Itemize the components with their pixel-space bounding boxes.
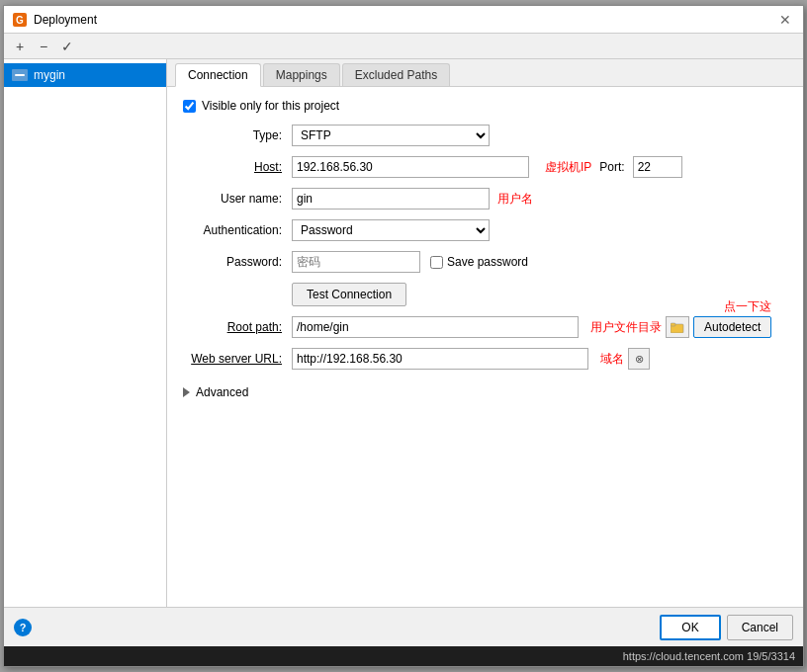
visible-only-checkbox[interactable] xyxy=(183,100,196,113)
advanced-label: Advanced xyxy=(196,385,248,399)
app-icon: G xyxy=(12,12,28,28)
status-bar: https://cloud.tencent.com 19/5/3314 xyxy=(4,646,803,666)
visible-only-row: Visible only for this project xyxy=(183,99,787,113)
main-content: mygin Connection Mappings Excluded Paths… xyxy=(4,59,803,607)
svg-text:G: G xyxy=(16,15,24,26)
form-area: Visible only for this project Type: SFTP… xyxy=(167,87,803,607)
root-path-row: Root path: 用户文件目录 点一下这 Autodetect xyxy=(183,316,787,338)
status-text: https://cloud.tencent.com 19/5/3314 xyxy=(623,650,795,662)
auth-select[interactable]: Password Key pair OpenSSH config and aut… xyxy=(292,219,490,241)
web-server-row: Web server URL: 域名 ⊗ xyxy=(183,348,787,370)
password-label: Password: xyxy=(183,255,292,269)
clear-url-button[interactable]: ⊗ xyxy=(628,348,650,370)
sidebar-item-mygin[interactable]: mygin xyxy=(4,63,166,87)
bottom-buttons: OK Cancel xyxy=(660,615,793,640)
tabs: Connection Mappings Excluded Paths xyxy=(167,59,803,87)
username-row: User name: 用户名 xyxy=(183,188,787,210)
username-control: 用户名 xyxy=(292,188,787,210)
dialog-title: Deployment xyxy=(34,13,97,27)
root-path-control: 用户文件目录 点一下这 Autodetect xyxy=(292,316,787,338)
web-server-label: Web server URL: xyxy=(183,352,292,366)
svg-rect-3 xyxy=(671,323,675,326)
host-input[interactable] xyxy=(292,156,529,178)
autodetect-annotation: 点一下这 xyxy=(724,298,771,315)
username-annotation: 用户名 xyxy=(497,191,533,208)
host-label: Host: xyxy=(183,160,292,174)
type-row: Type: SFTP FTP FTPS Local or mounted fol… xyxy=(183,125,787,146)
type-control: SFTP FTP FTPS Local or mounted folder xyxy=(292,125,787,146)
host-row: Host: 虚拟机IP Port: xyxy=(183,156,787,178)
title-bar-left: G Deployment xyxy=(12,12,97,28)
port-input[interactable] xyxy=(633,156,682,178)
password-input[interactable] xyxy=(292,251,420,273)
visible-only-label: Visible only for this project xyxy=(202,99,339,113)
web-server-control: 域名 ⊗ xyxy=(292,348,787,370)
browse-folder-button[interactable] xyxy=(666,316,689,338)
type-label: Type: xyxy=(183,128,292,142)
cancel-button[interactable]: Cancel xyxy=(727,615,793,640)
auth-control: Password Key pair OpenSSH config and aut… xyxy=(292,219,787,241)
help-button[interactable]: ? xyxy=(14,619,32,636)
advanced-triangle-icon xyxy=(183,387,190,397)
tab-connection[interactable]: Connection xyxy=(175,63,261,87)
test-conn-row: Test Connection xyxy=(183,283,787,306)
username-label: User name: xyxy=(183,192,292,206)
server-icon xyxy=(12,67,28,83)
tab-excluded-paths[interactable]: Excluded Paths xyxy=(342,63,450,86)
host-annotation: 虚拟机IP xyxy=(545,159,591,176)
test-connection-button[interactable]: Test Connection xyxy=(292,283,406,306)
autodetect-button[interactable]: Autodetect xyxy=(693,316,771,338)
root-path-input[interactable] xyxy=(292,316,579,338)
root-path-annotation: 用户文件目录 xyxy=(590,319,662,336)
panel: Connection Mappings Excluded Paths Visib… xyxy=(167,59,803,607)
save-password-checkbox[interactable] xyxy=(430,256,443,269)
web-server-annotation: 域名 xyxy=(600,351,624,368)
password-control: Save password xyxy=(292,251,787,273)
bottom-bar: ? OK Cancel xyxy=(4,607,803,646)
type-select[interactable]: SFTP FTP FTPS Local or mounted folder xyxy=(292,125,490,146)
host-control: 虚拟机IP Port: xyxy=(292,156,787,178)
auth-row: Authentication: Password Key pair OpenSS… xyxy=(183,219,787,241)
save-password-label: Save password xyxy=(447,255,528,269)
toolbar: + − ✓ xyxy=(4,34,803,59)
password-row: Password: Save password xyxy=(183,251,787,273)
close-button[interactable]: ✕ xyxy=(775,12,795,28)
tab-mappings[interactable]: Mappings xyxy=(263,63,340,86)
deployment-dialog: G Deployment ✕ + − ✓ mygin Connectio xyxy=(3,5,804,667)
remove-button[interactable]: − xyxy=(34,37,53,56)
add-button[interactable]: + xyxy=(10,37,30,56)
ok-button[interactable]: OK xyxy=(660,615,720,640)
check-button[interactable]: ✓ xyxy=(57,37,77,56)
advanced-row[interactable]: Advanced xyxy=(183,379,787,405)
username-input[interactable] xyxy=(292,188,490,210)
sidebar: mygin xyxy=(4,59,167,607)
sidebar-item-label: mygin xyxy=(34,68,65,82)
save-password-row: Save password xyxy=(430,255,528,269)
root-path-label: Root path: xyxy=(183,320,292,334)
port-label: Port: xyxy=(599,160,624,174)
title-bar: G Deployment ✕ xyxy=(4,6,803,34)
auth-label: Authentication: xyxy=(183,223,292,237)
web-server-input[interactable] xyxy=(292,348,588,370)
